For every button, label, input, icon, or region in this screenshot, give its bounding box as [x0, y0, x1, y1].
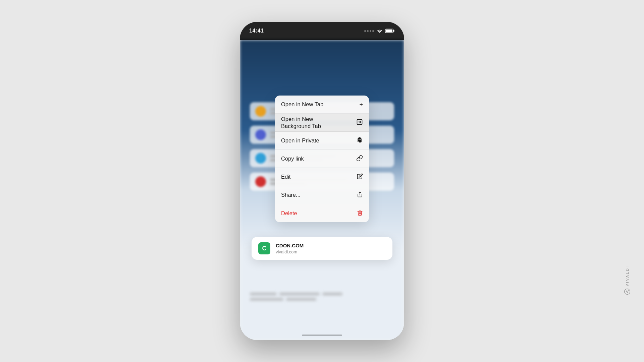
menu-item-copy-link-label: Copy link — [281, 155, 304, 162]
phone-screen: 14:41 — [240, 22, 404, 340]
battery-icon — [385, 28, 395, 33]
ghost-icon — [356, 137, 363, 144]
menu-item-copy-link[interactable]: Copy link — [275, 150, 369, 168]
svg-rect-2 — [386, 29, 392, 32]
status-icons — [364, 28, 395, 33]
menu-item-edit[interactable]: Edit — [275, 168, 369, 186]
share-icon — [357, 191, 363, 199]
bg-tab-icon — [356, 119, 363, 126]
edit-icon — [357, 173, 363, 180]
url-preview-card: C CDON.COM vivaldi.com — [252, 237, 392, 260]
phone-frame: 14:41 — [240, 22, 404, 340]
signal-icon — [364, 30, 374, 32]
menu-item-share-label: Share... — [281, 191, 301, 198]
menu-item-delete-label: Delete — [281, 210, 297, 217]
status-time: 14:41 — [249, 28, 264, 34]
home-indicator — [302, 335, 342, 336]
url-info: CDON.COM vivaldi.com — [276, 243, 304, 254]
menu-item-edit-label: Edit — [281, 173, 290, 180]
url-domain: vivaldi.com — [276, 249, 304, 254]
menu-item-share[interactable]: Share... — [275, 186, 369, 204]
menu-item-open-private-label: Open in Private — [281, 137, 319, 144]
vivaldi-logo-icon — [624, 288, 631, 295]
url-favicon: C — [258, 242, 270, 254]
vivaldi-text: VIVALDI — [625, 265, 629, 286]
context-menu: Open in New Tab + Open in NewBackground … — [275, 96, 369, 222]
wifi-icon — [377, 28, 383, 33]
menu-item-open-new-tab-label: Open in New Tab — [281, 101, 323, 108]
vivaldi-brand: VIVALDI — [624, 265, 631, 295]
menu-item-open-private[interactable]: Open in Private — [275, 132, 369, 150]
trash-icon — [357, 209, 363, 217]
url-title: CDON.COM — [276, 243, 304, 248]
svg-point-6 — [625, 289, 630, 295]
menu-item-open-new-tab[interactable]: Open in New Tab + — [275, 96, 369, 114]
link-icon — [356, 155, 363, 163]
menu-item-delete[interactable]: Delete — [275, 204, 369, 222]
menu-item-open-bg-tab-label: Open in NewBackground Tab — [281, 116, 321, 129]
menu-item-open-bg-tab[interactable]: Open in NewBackground Tab — [275, 114, 369, 132]
svg-rect-1 — [393, 30, 394, 32]
plus-icon: + — [359, 102, 363, 108]
status-bar: 14:41 — [240, 22, 404, 40]
